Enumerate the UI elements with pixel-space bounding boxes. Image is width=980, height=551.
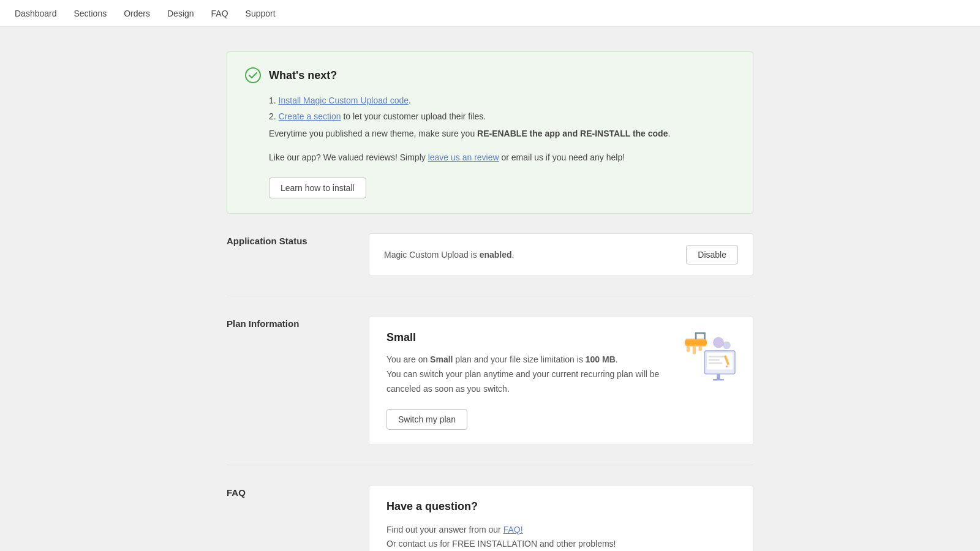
whats-next-header: What's next?: [244, 67, 736, 84]
svg-point-18: [713, 337, 724, 348]
plan-desc-pre: You are on: [386, 354, 430, 364]
faq-card: Have a question? Find out your answer fr…: [369, 485, 753, 551]
step1-prefix: 1.: [269, 96, 279, 105]
faq-row: FAQ Have a question? Find out your answe…: [227, 485, 753, 551]
svg-rect-15: [687, 347, 690, 352]
plan-description: You are on Small plan and your file size…: [386, 353, 680, 396]
learn-how-button[interactable]: Learn how to install: [269, 178, 366, 198]
app-status-row: Application Status Magic Custom Upload i…: [227, 233, 753, 296]
status-card: Magic Custom Upload is enabled. Disable: [369, 233, 753, 276]
faq-section-label: FAQ: [227, 485, 349, 498]
review-text: Like our app? We valued reviews! Simply …: [269, 151, 736, 165]
create-section-link[interactable]: Create a section: [279, 111, 341, 121]
switch-plan-button[interactable]: Switch my plan: [386, 409, 467, 430]
nav-dashboard[interactable]: Dashboard: [15, 6, 57, 21]
notice-post: .: [668, 129, 670, 138]
whats-next-body: 1. Install Magic Custom Upload code. 2. …: [269, 94, 736, 198]
notice-pre: Everytime you published a new theme, mak…: [269, 129, 477, 138]
step2-suffix: to let your customer upload their files.: [341, 111, 486, 121]
plan-illustration: [677, 329, 738, 384]
status-bold: enabled: [480, 250, 512, 260]
plan-desc-bold1: Small: [430, 354, 453, 364]
app-status-content: Magic Custom Upload is enabled. Disable: [369, 233, 753, 276]
step1-suffix: .: [409, 96, 411, 105]
plan-desc-line2: You can switch your plan anytime and you…: [386, 369, 659, 394]
nav-sections[interactable]: Sections: [74, 6, 107, 21]
nav-design[interactable]: Design: [167, 6, 194, 21]
svg-rect-16: [693, 347, 696, 354]
svg-rect-3: [709, 356, 725, 358]
status-text: Magic Custom Upload is enabled.: [384, 250, 514, 260]
review-post: or email us if you need any help!: [499, 152, 625, 162]
faq-title: Have a question?: [386, 500, 736, 513]
main-content: What's next? 1. Install Magic Custom Upl…: [214, 51, 766, 551]
faq-line1-pre: Find out your answer from our: [386, 525, 503, 534]
step-2: 2. Create a section to let your customer…: [269, 110, 736, 124]
disable-button[interactable]: Disable: [686, 245, 738, 264]
steps-list: 1. Install Magic Custom Upload code. 2. …: [269, 94, 736, 124]
step2-prefix: 2.: [269, 111, 279, 121]
check-circle-icon: [244, 67, 262, 84]
faq-text: Find out your answer from our FAQ! Or co…: [386, 523, 736, 551]
review-link[interactable]: leave us an review: [428, 152, 499, 162]
faq-line2: Or contact us for FREE INSTALLATION and …: [386, 539, 616, 549]
whats-next-card: What's next? 1. Install Magic Custom Upl…: [227, 51, 753, 214]
faq-link[interactable]: FAQ!: [503, 525, 523, 534]
svg-rect-7: [713, 379, 724, 381]
svg-point-19: [723, 342, 731, 350]
install-link[interactable]: Install Magic Custom Upload code: [279, 96, 409, 105]
svg-rect-6: [717, 374, 720, 380]
review-pre: Like our app? We valued reviews! Simply: [269, 152, 428, 162]
whats-next-title: What's next?: [269, 69, 337, 82]
status-pre: Magic Custom Upload is: [384, 250, 480, 260]
notice-bold: RE-ENABLE the app and RE-INSTALL the cod…: [477, 129, 668, 138]
step-1: 1. Install Magic Custom Upload code.: [269, 94, 736, 108]
svg-rect-2: [707, 353, 733, 370]
plan-info-content: Small You are on Small plan and your fil…: [369, 316, 753, 444]
svg-rect-5: [709, 362, 723, 364]
sections-wrapper: Application Status Magic Custom Upload i…: [227, 233, 753, 551]
plan-info-row: Plan Information Small You are on Small …: [227, 316, 753, 465]
svg-rect-17: [699, 347, 702, 351]
svg-rect-4: [709, 359, 720, 361]
svg-rect-11: [685, 340, 707, 345]
plan-info-label: Plan Information: [227, 316, 349, 329]
re-enable-notice: Everytime you published a new theme, mak…: [269, 127, 736, 141]
faq-content: Have a question? Find out your answer fr…: [369, 485, 753, 551]
nav-faq[interactable]: FAQ: [211, 6, 228, 21]
status-post: .: [512, 250, 514, 260]
plan-card: Small You are on Small plan and your fil…: [369, 316, 753, 444]
plan-desc-post: .: [616, 354, 618, 364]
plan-desc-bold2: 100 MB: [586, 354, 616, 364]
svg-point-0: [246, 68, 260, 83]
nav-support[interactable]: Support: [246, 6, 276, 21]
app-status-label: Application Status: [227, 233, 349, 246]
plan-desc-mid: plan and your file size limitation is: [453, 354, 585, 364]
navigation: Dashboard Sections Orders Design FAQ Sup…: [0, 0, 980, 27]
nav-orders[interactable]: Orders: [124, 6, 150, 21]
